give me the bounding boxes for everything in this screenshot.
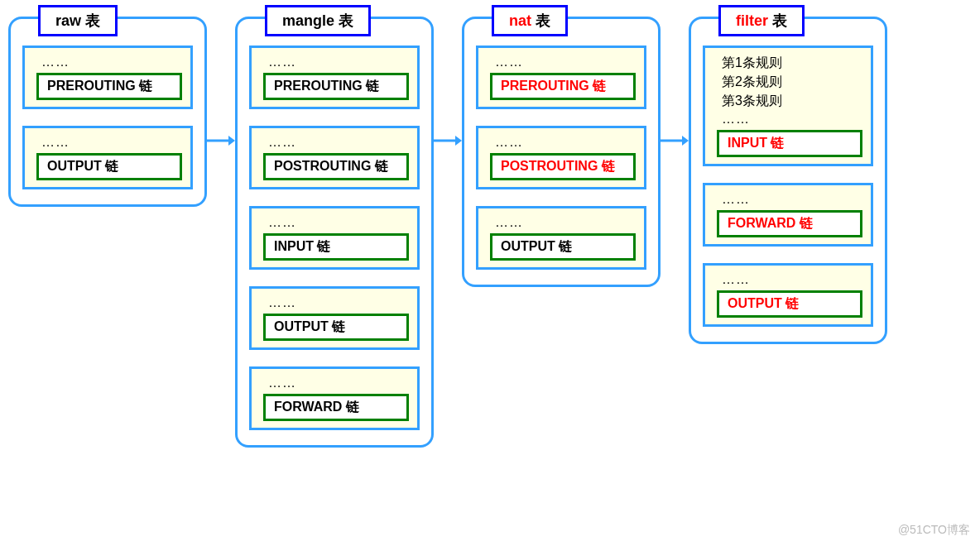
table-body-raw: …… PREROUTING 链 …… OUTPUT 链 xyxy=(8,17,207,207)
chain-box: …… INPUT 链 xyxy=(249,206,420,270)
chain-name-prerouting: PREROUTING 链 xyxy=(490,73,636,100)
table-name: nat xyxy=(509,12,531,29)
chain-box: …… OUTPUT 链 xyxy=(22,126,193,189)
chain-name-output: OUTPUT 链 xyxy=(36,153,182,180)
chain-pre: …… xyxy=(268,135,409,150)
chain-pre: …… xyxy=(41,135,182,150)
table-suffix: 表 xyxy=(531,12,550,29)
chain-name-output: OUTPUT 链 xyxy=(490,233,636,261)
table-nat: nat 表 …… PREROUTING 链 …… POSTROUTING 链 …… xyxy=(462,17,661,287)
chain-name-input: INPUT 链 xyxy=(263,233,409,261)
table-suffix: 表 xyxy=(81,12,100,29)
chain-name-output: OUTPUT 链 xyxy=(263,314,409,341)
svg-marker-3 xyxy=(455,136,462,146)
rule-line: 第1条规则 xyxy=(722,55,862,72)
chain-box: …… PREROUTING 链 xyxy=(249,46,420,109)
chain-name-prerouting: PREROUTING 链 xyxy=(36,73,182,100)
arrow-icon xyxy=(434,17,462,149)
table-name: filter xyxy=(736,12,768,29)
chain-pre: …… xyxy=(268,295,409,310)
chain-name-postrouting: POSTROUTING 链 xyxy=(490,153,636,180)
rule-line: 第2条规则 xyxy=(722,74,862,91)
chain-pre: …… xyxy=(722,192,862,207)
table-body-mangle: …… PREROUTING 链 …… POSTROUTING 链 …… INPU… xyxy=(235,17,434,448)
chain-box: 第1条规则 第2条规则 第3条规则 …… INPUT 链 xyxy=(703,46,873,166)
chain-box: …… OUTPUT 链 xyxy=(249,286,420,350)
chain-name-output: OUTPUT 链 xyxy=(717,290,862,318)
table-raw: raw 表 …… PREROUTING 链 …… OUTPUT 链 xyxy=(8,17,207,207)
chain-pre: …… xyxy=(722,272,862,287)
table-title-filter: filter 表 xyxy=(718,5,805,36)
table-title-nat: nat 表 xyxy=(492,5,568,36)
chain-name-forward: FORWARD 链 xyxy=(717,210,862,237)
chain-box: …… POSTROUTING 链 xyxy=(476,126,646,189)
chain-pre: …… xyxy=(495,215,636,230)
chain-box: …… OUTPUT 链 xyxy=(703,263,873,327)
chain-box: …… FORWARD 链 xyxy=(249,366,420,430)
chain-box: …… FORWARD 链 xyxy=(703,183,873,247)
table-name: raw xyxy=(55,12,81,29)
table-title-mangle: mangle 表 xyxy=(265,5,371,36)
chain-box: …… PREROUTING 链 xyxy=(22,46,193,109)
svg-marker-5 xyxy=(682,136,689,146)
chain-box: …… OUTPUT 链 xyxy=(476,206,646,270)
watermark: @51CTO博客 xyxy=(898,523,970,538)
chain-pre: …… xyxy=(41,55,182,69)
arrow-icon xyxy=(207,17,235,149)
table-name: mangle xyxy=(282,12,334,29)
chain-name-postrouting: POSTROUTING 链 xyxy=(263,153,409,180)
chain-pre: …… xyxy=(495,55,636,69)
table-suffix: 表 xyxy=(334,12,353,29)
chain-pre: …… xyxy=(268,215,409,230)
chain-name-input: INPUT 链 xyxy=(717,130,862,157)
tables-row: raw 表 …… PREROUTING 链 …… OUTPUT 链 mangle… xyxy=(8,17,972,448)
rule-line: 第3条规则 xyxy=(722,93,862,110)
table-body-nat: …… PREROUTING 链 …… POSTROUTING 链 …… OUTP… xyxy=(462,17,661,287)
table-title-raw: raw 表 xyxy=(38,5,118,36)
chain-box: …… POSTROUTING 链 xyxy=(249,126,420,189)
chain-pre: …… xyxy=(268,55,409,69)
table-body-filter: 第1条规则 第2条规则 第3条规则 …… INPUT 链 …… FORWARD … xyxy=(689,17,887,344)
arrow-icon xyxy=(661,17,689,149)
table-suffix: 表 xyxy=(768,12,787,29)
table-filter: filter 表 第1条规则 第2条规则 第3条规则 …… INPUT 链 ……… xyxy=(689,17,887,344)
chain-pre: …… xyxy=(495,135,636,150)
table-mangle: mangle 表 …… PREROUTING 链 …… POSTROUTING … xyxy=(235,17,434,448)
chain-pre: …… xyxy=(268,376,409,390)
svg-marker-1 xyxy=(228,136,235,146)
chain-pre: …… xyxy=(722,112,862,127)
chain-box: …… PREROUTING 链 xyxy=(476,46,646,109)
chain-name-prerouting: PREROUTING 链 xyxy=(263,73,409,100)
chain-name-forward: FORWARD 链 xyxy=(263,394,409,421)
